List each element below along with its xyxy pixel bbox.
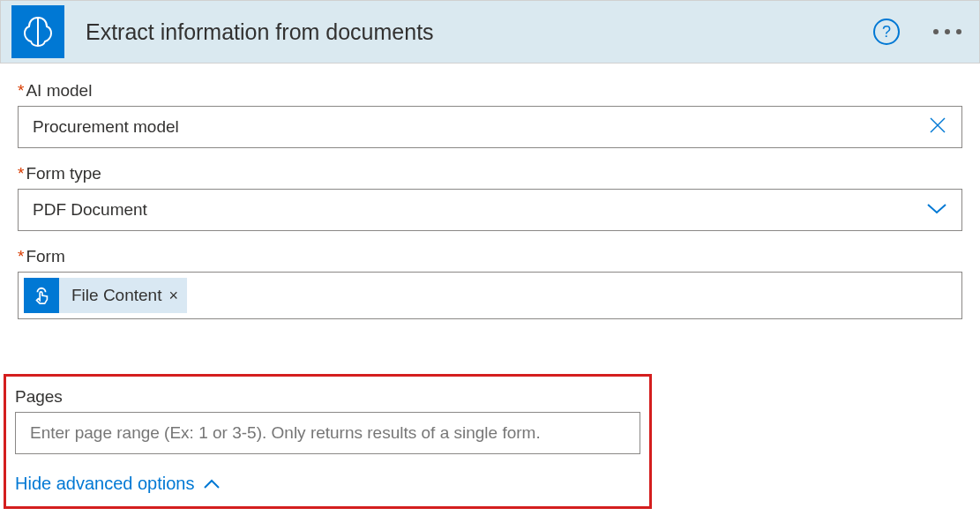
help-icon[interactable]: ? — [873, 19, 900, 45]
clear-ai-model-icon[interactable] — [928, 116, 947, 139]
form-type-value: PDF Document — [33, 200, 147, 220]
more-menu-button[interactable] — [926, 22, 969, 41]
form-field: Form File Content × — [18, 247, 962, 319]
ai-model-input[interactable]: Procurement model — [18, 106, 962, 148]
form-body: AI model Procurement model Form type PDF… — [0, 64, 980, 319]
header-actions: ? — [873, 19, 969, 45]
pages-field: Pages — [15, 387, 640, 454]
ai-model-label: AI model — [18, 81, 962, 101]
file-content-chip[interactable]: File Content × — [24, 278, 187, 313]
pages-input[interactable] — [30, 423, 625, 443]
form-type-label: Form type — [18, 164, 962, 183]
brain-icon-box — [11, 5, 64, 58]
form-label: Form — [18, 247, 962, 266]
pages-input-wrapper[interactable] — [15, 412, 640, 454]
hide-advanced-label: Hide advanced options — [15, 474, 194, 494]
chevron-down-icon[interactable] — [926, 200, 947, 220]
ai-model-value: Procurement model — [33, 117, 179, 137]
tap-icon — [32, 286, 51, 305]
card-header: Extract information from documents ? — [0, 0, 980, 64]
form-input[interactable]: File Content × — [18, 272, 962, 319]
chevron-up-icon — [203, 479, 221, 489]
ai-model-field: AI model Procurement model — [18, 81, 962, 148]
remove-chip-icon[interactable]: × — [168, 287, 178, 305]
form-type-field: Form type PDF Document — [18, 164, 962, 231]
ai-brain-icon — [20, 14, 56, 49]
card-title: Extract information from documents — [86, 19, 873, 45]
pages-highlight-box: Pages Hide advanced options — [4, 374, 652, 509]
pages-label: Pages — [15, 387, 640, 407]
form-type-select[interactable]: PDF Document — [18, 189, 962, 231]
chip-label: File Content — [71, 286, 161, 305]
file-content-icon-box — [24, 278, 59, 313]
hide-advanced-toggle[interactable]: Hide advanced options — [15, 474, 640, 494]
